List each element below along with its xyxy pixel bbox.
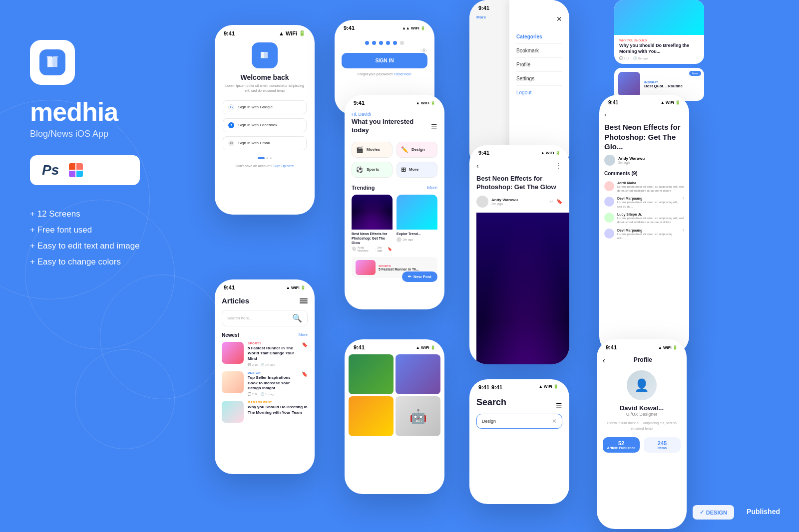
interests-status-icons: ▲ WiFi 🔋 xyxy=(416,101,435,105)
articles-header: Articles xyxy=(222,296,308,305)
hamburger-menu[interactable]: ☰ xyxy=(431,123,437,131)
gallery-item-3[interactable] xyxy=(349,396,394,436)
close-button[interactable]: ✕ xyxy=(556,15,562,23)
article-author-row: Andy Waruwu 2m ago ↩ 🔖 xyxy=(476,196,562,208)
trend-title-2: Explor Trend... xyxy=(397,232,437,236)
interests-content: Hi, David! What you interested today ☰ 🎬… xyxy=(345,108,444,282)
more-chip[interactable]: ⊞ More xyxy=(397,162,437,178)
right-article-card[interactable]: WHY YOU SHOULD Why you Should Do Breefin… xyxy=(614,0,704,64)
hamburger-icon[interactable] xyxy=(300,298,308,303)
back-button[interactable]: ‹ xyxy=(476,162,479,170)
article-title-3: Why you Should Do Breefing in The Mornin… xyxy=(248,405,308,415)
email-signin-button[interactable]: ✉ Sign in with Email xyxy=(223,136,307,150)
article-category-1: SPORTS xyxy=(248,342,298,345)
comment-num-2: 2 xyxy=(683,197,684,209)
sports-chip[interactable]: ⚽ Sports xyxy=(352,162,393,178)
save-icon[interactable]: 🔖 xyxy=(556,199,562,204)
new-post-fab[interactable]: ✏ New Post xyxy=(402,271,437,282)
articles-status-icons: ▲ WiFi 🔋 xyxy=(286,285,306,290)
scroll-indicator xyxy=(258,157,272,159)
google-signin-button[interactable]: G Sign in with Google xyxy=(223,100,307,114)
design-chip[interactable]: ✏️ Design xyxy=(397,142,437,158)
comments-title: Comments (9) xyxy=(604,171,684,176)
left-panel: medhia Blog/News iOS App Ps + 12 Screens… xyxy=(30,40,190,267)
gallery-item-1[interactable] xyxy=(349,354,394,394)
profile-content: ‹ Profile 👤 David Kowal... UI/UX Designe… xyxy=(597,352,687,457)
more-options-button[interactable]: ⋮ xyxy=(555,162,562,169)
search-hamburger[interactable]: ☰ xyxy=(556,402,562,410)
bookmark-icon-2[interactable]: 🔖 xyxy=(302,371,308,377)
search-input[interactable]: Design ✕ xyxy=(476,414,562,429)
articles-status-bar: 9:41 ▲ WiFi 🔋 xyxy=(215,279,315,292)
search-bar[interactable]: Search here... 🔍 xyxy=(222,310,308,326)
article-item-3[interactable]: MANAGEMENT Why you Should Do Breefing in… xyxy=(222,401,308,423)
article-title-2: Top Seller Inspirations Book to Increase… xyxy=(248,375,298,391)
rd-back-button[interactable]: ‹ xyxy=(604,111,606,118)
gallery-item-2[interactable] xyxy=(396,354,440,394)
rd-time: 2m ago xyxy=(618,161,645,164)
login-content: Welcome back Lorem ipsum dolor sit amet,… xyxy=(215,38,315,172)
design-tag-badge: ✓ DESIGN xyxy=(693,505,734,520)
feature-2: + Free font used xyxy=(30,225,190,235)
newest-header: Newest More xyxy=(222,332,308,338)
articles-published-stat[interactable]: 52 Article Published xyxy=(603,437,640,453)
right-detail-author-row: Andy Waruwu 2m ago xyxy=(604,155,684,166)
menu-settings[interactable]: Settings xyxy=(516,72,562,86)
facebook-signin-button[interactable]: f Sign in with Facebook xyxy=(223,118,307,132)
trending-cards: Best Neon Effects for Photoshop: Get The… xyxy=(352,195,437,252)
signup-link[interactable]: Sign Up here xyxy=(273,164,294,168)
menu-profile[interactable]: Profile xyxy=(516,58,562,72)
movies-chip[interactable]: 🎬 Movies xyxy=(352,142,393,158)
app-logo xyxy=(30,40,75,85)
article-item-1[interactable]: SPORTS 5 Fastest Runner in The World Tha… xyxy=(222,342,308,366)
article-item-2[interactable]: DESIGN Top Seller Inspirations Book to I… xyxy=(222,371,308,396)
article-thumb-3 xyxy=(222,401,244,423)
reset-link[interactable]: Reset here xyxy=(395,72,411,76)
commenter-name-1: Jordi Alaba xyxy=(617,181,684,185)
sport-title: 5 Fastest Runner in Th... xyxy=(379,267,433,271)
secondary-stat[interactable]: 245 Items xyxy=(644,437,681,453)
trending-more-btn[interactable]: More xyxy=(427,185,437,190)
sign-in-button[interactable]: SIGN IN xyxy=(342,53,427,68)
article-hero-image xyxy=(476,213,562,258)
status-bar: 9:41 ▲ WiFi 🔋 xyxy=(215,25,315,38)
right-article-tag: WHY YOU SHOULD xyxy=(619,39,699,42)
menu-bookmark[interactable]: Bookmark xyxy=(516,44,562,58)
eye-icon[interactable]: 👁 xyxy=(420,47,427,55)
comment-4: Devi Marpaung Lorem ipsum dolor sit amet… xyxy=(604,229,684,241)
menu-categories[interactable]: Categories xyxy=(516,30,562,44)
newest-more-btn[interactable]: More xyxy=(299,332,308,338)
phone-interests: 9:41 ▲ WiFi 🔋 Hi, David! What you intere… xyxy=(345,95,444,309)
bookmark-icon[interactable]: 🔖 xyxy=(388,247,393,252)
menu-logout[interactable]: Logout xyxy=(516,86,562,95)
comment-2: Devi Marpaung Lorem ipsum dolor sit amet… xyxy=(604,197,684,209)
gallery-item-4[interactable]: 🤖 xyxy=(396,396,440,436)
time: 9:41 xyxy=(224,30,235,36)
comment-num-4: 2 xyxy=(683,229,684,241)
right-article-image xyxy=(614,0,704,35)
trend-card-2[interactable]: Explor Trend... 2m ago xyxy=(397,195,437,252)
feature-4: + Easy to change colors xyxy=(30,257,190,267)
comment-avatar-2 xyxy=(604,197,614,207)
share-icon[interactable]: ↩ xyxy=(549,199,553,204)
app-name: medhia xyxy=(30,97,190,127)
search-placeholder: Search here... xyxy=(227,316,289,320)
profile-status-bar: 9:41 ▲ WiFi 🔋 xyxy=(597,339,687,352)
pencil-icon: ✏ xyxy=(408,274,411,279)
inspiration-image xyxy=(618,72,640,97)
article-author-name: Andy Waruwu xyxy=(491,198,518,202)
interest-title: What you interested today xyxy=(352,118,431,135)
articles-count: 52 xyxy=(605,440,638,446)
google-btn-label: Sign in with Google xyxy=(238,105,273,109)
trend-card-1[interactable]: Best Neon Effects for Photoshop: Get The… xyxy=(352,195,393,252)
search-value[interactable]: Design xyxy=(482,419,549,424)
phone-search: 9:41 9:41 ▲ WiFi 🔋 Search ☰ Design ✕ xyxy=(469,379,569,504)
trend-img-2 xyxy=(397,195,437,230)
article-category-3: MANAGEMENT xyxy=(248,401,308,404)
password-content: 👁 SIGN IN Forgot your password? Reset he… xyxy=(335,33,434,81)
trend-author-1: Andy Waruwu · 2m ago 🔖 xyxy=(352,246,393,252)
feature-3: + Easy to edit text and image xyxy=(30,241,190,251)
clear-search-icon[interactable]: ✕ xyxy=(552,418,557,425)
bookmark-icon-1[interactable]: 🔖 xyxy=(302,342,308,347)
article-meta-2: DESIGN Top Seller Inspirations Book to I… xyxy=(248,371,298,396)
